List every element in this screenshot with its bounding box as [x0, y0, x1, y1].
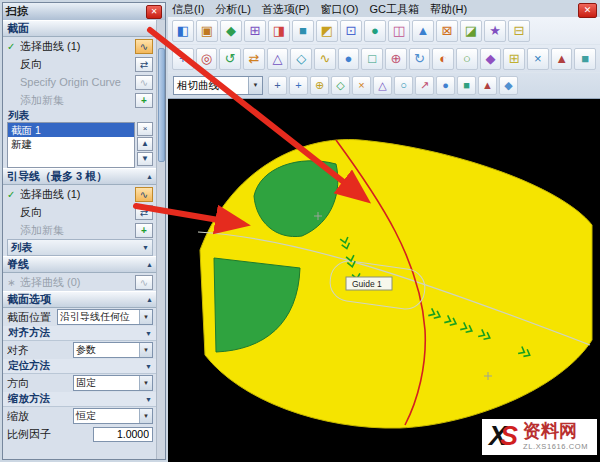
toolbar-icon[interactable]: + [289, 76, 308, 95]
toolbar-icon[interactable]: ■ [457, 76, 476, 95]
toolbar-icon[interactable]: ⇄ [243, 48, 265, 70]
toolbar-icon[interactable]: ◆ [499, 76, 518, 95]
dialog-scrollbar[interactable] [156, 20, 165, 459]
menu-window[interactable]: 窗口(O) [321, 2, 359, 17]
dialog-close-button[interactable]: ✕ [146, 5, 162, 19]
guides-reverse-button[interactable]: ⇄ [135, 205, 153, 220]
menu-gc-toolbox[interactable]: GC工具箱 [369, 2, 419, 17]
toolbar-icon[interactable]: △ [267, 48, 289, 70]
toolbar-icon[interactable]: ∿ [314, 48, 336, 70]
orient-method-header[interactable]: 定位方法 ▼ [3, 359, 157, 374]
spine-select-curve-button[interactable]: ∿ [135, 275, 153, 290]
toolbar-icon[interactable]: + [268, 76, 287, 95]
toolbar-icon[interactable]: ▲ [412, 20, 434, 42]
toolbar-icon[interactable]: ● [338, 48, 360, 70]
graphics-viewport[interactable]: Guide 1 X S 资料网 ZL.XS1616.COM [168, 98, 600, 462]
chevron-down-icon[interactable]: ▼ [248, 77, 262, 94]
group-header-section[interactable]: 截面 ▲ [3, 20, 157, 37]
toolbar-icon[interactable]: ◫ [388, 20, 410, 42]
dialog-body: 截面 ▲ ✓ 选择曲线 (1) ∿ 反向 ⇄ Specify Origin Cu… [3, 20, 157, 459]
toolbar-icon[interactable]: × [527, 48, 549, 70]
toolbar-icon[interactable]: ◆ [220, 20, 242, 42]
reverse-direction-button[interactable]: ⇄ [135, 57, 153, 72]
align-dropdown[interactable]: 参数 ▼ [73, 342, 153, 358]
scale-factor-input[interactable] [93, 427, 153, 442]
chevron-down-icon: ▼ [145, 330, 152, 337]
remove-item-button[interactable]: × [137, 122, 153, 136]
menu-help[interactable]: 帮助(H) [430, 2, 467, 17]
toolbar-icon[interactable]: ↻ [409, 48, 431, 70]
scale-method-header[interactable]: 缩放方法 ▼ [3, 392, 157, 407]
toolbar-icon[interactable]: ⊕ [385, 48, 407, 70]
toolbar-icon[interactable]: ■ [292, 20, 314, 42]
move-down-button[interactable]: ▼ [137, 152, 153, 166]
toolbar-icon[interactable]: ⊡ [340, 20, 362, 42]
menu-info[interactable]: 信息(I) [172, 2, 204, 17]
collapse-icon: ▲ [146, 296, 153, 303]
toolbar-icon[interactable]: ⊞ [244, 20, 266, 42]
toolbar-icon[interactable]: + [172, 48, 194, 70]
select-curve-button[interactable]: ∿ [135, 39, 153, 54]
section-list[interactable]: 截面 1新建 [7, 122, 135, 168]
snap-toolbar: ++⊕◇×△○↗●■▲◆ [267, 76, 519, 95]
group-header-guides[interactable]: 引导线（最多 3 根） ▲ [3, 168, 157, 185]
menu-analysis[interactable]: 分析(L) [215, 2, 250, 17]
toolbar-row-top: ◧▣◆⊞◨■◩⊡●◫▲⊠◪★⊟ [168, 17, 600, 45]
toolbar-icon[interactable]: ◪ [460, 20, 482, 42]
section-list-item[interactable]: 新建 [8, 137, 134, 151]
toolbar-icon[interactable]: ★ [484, 20, 506, 42]
group-header-options[interactable]: 截面选项 ▲ [3, 291, 157, 308]
toolbar-icon[interactable]: ⊕ [310, 76, 329, 95]
group-header-spine[interactable]: 脊线 ▲ [3, 256, 157, 273]
toolbar-icon[interactable]: ⊠ [436, 20, 458, 42]
toolbar-icon[interactable]: ⊞ [503, 48, 525, 70]
toolbar-icon[interactable]: ◆ [480, 48, 502, 70]
curve-rule-combobox[interactable]: 相切曲线 ▼ [173, 76, 263, 95]
toolbar-icon[interactable]: △ [373, 76, 392, 95]
collapse-icon: ▲ [146, 261, 153, 268]
menu-preferences[interactable]: 首选项(P) [262, 2, 310, 17]
orient-dropdown[interactable]: 固定 ▼ [73, 375, 153, 391]
toolbar-icon[interactable]: ● [436, 76, 455, 95]
scale-dropdown[interactable]: 恒定 ▼ [73, 408, 153, 424]
window-close-button[interactable]: ✕ [578, 3, 597, 18]
guides-add-set-button[interactable]: + [135, 223, 153, 238]
toolbar-icon[interactable]: ◇ [290, 48, 312, 70]
align-method-header[interactable]: 对齐方法 ▼ [3, 326, 157, 341]
toolbar-icon[interactable]: ● [364, 20, 386, 42]
section-position-row: 截面位置 沿引导线任何位 ▼ [3, 308, 157, 326]
toolbar-icon[interactable]: ⊟ [508, 20, 530, 42]
toolbar-icon[interactable]: □ [361, 48, 383, 70]
toolbar-icon[interactable]: ◨ [268, 20, 290, 42]
toolbar-icon[interactable]: ▲ [478, 76, 497, 95]
align-row: 对齐 参数 ▼ [3, 341, 157, 359]
section-reverse-row: 反向 ⇄ [3, 55, 157, 73]
toolbar-icon[interactable]: ◎ [196, 48, 218, 70]
toolbar-icon[interactable]: ■ [574, 48, 596, 70]
chevron-down-icon: ▼ [145, 396, 152, 403]
add-new-set-button[interactable]: + [135, 93, 153, 108]
toolbar-icon[interactable]: ○ [394, 76, 413, 95]
toolbar-icon[interactable]: ↗ [415, 76, 434, 95]
move-up-button[interactable]: ▲ [137, 137, 153, 151]
specify-origin-button[interactable]: ∿ [135, 75, 153, 90]
toolbar-icon[interactable]: ▲ [551, 48, 573, 70]
toolbar-icon[interactable]: ◐ [432, 48, 454, 70]
section-list-item[interactable]: 截面 1 [8, 123, 134, 137]
toolbar-icon[interactable]: ◇ [331, 76, 350, 95]
dialog-title-bar[interactable]: 扫掠 ✕ [3, 3, 165, 21]
chevron-down-icon: ▼ [139, 343, 152, 357]
guide-tooltip: Guide 1 [346, 277, 392, 290]
section-position-dropdown[interactable]: 沿引导线任何位 ▼ [57, 309, 153, 325]
svg-text:Guide 1: Guide 1 [352, 279, 382, 289]
toolbar-icon[interactable]: ▣ [196, 20, 218, 42]
scrollbar-thumb[interactable] [158, 48, 165, 162]
toolbar-icon[interactable]: ◩ [316, 20, 338, 42]
collapse-icon: ▲ [146, 173, 153, 180]
guides-list-bar[interactable]: 列表 ▼ [7, 239, 153, 256]
toolbar-icon[interactable]: × [352, 76, 371, 95]
toolbar-icon[interactable]: ○ [456, 48, 478, 70]
toolbar-icon[interactable]: ◧ [172, 20, 194, 42]
guides-select-curve-button[interactable]: ∿ [135, 187, 153, 202]
toolbar-icon[interactable]: ↺ [219, 48, 241, 70]
